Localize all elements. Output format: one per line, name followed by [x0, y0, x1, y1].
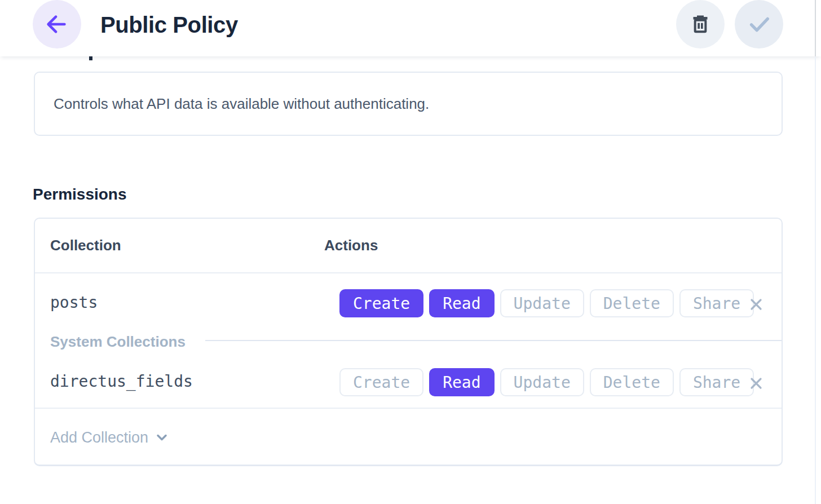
remove-permission-button[interactable]	[747, 295, 766, 314]
action-share-button[interactable]: Share	[679, 368, 754, 396]
action-read-button[interactable]: Read	[429, 368, 494, 396]
action-update-button[interactable]: Update	[500, 289, 584, 317]
actions-group-directus-fields: Create Read Update Delete Share	[339, 368, 754, 396]
content-scroll-edge	[815, 56, 816, 504]
action-update-button[interactable]: Update	[500, 368, 584, 396]
arrow-left-icon	[44, 11, 70, 37]
remove-permission-button[interactable]	[747, 374, 766, 393]
collection-name-posts: posts	[50, 293, 98, 313]
chevron-down-icon	[154, 430, 170, 445]
actions-group-posts: Create Read Update Delete Share	[339, 289, 754, 317]
action-delete-button[interactable]: Delete	[590, 368, 674, 396]
page-title: Public Policy	[100, 11, 238, 38]
table-header-row: Collection Actions	[35, 219, 782, 273]
x-icon	[747, 374, 765, 392]
page-header: Public Policy	[0, 0, 821, 56]
add-collection-button[interactable]: Add Collection	[50, 428, 170, 447]
action-create-button[interactable]: Create	[339, 368, 423, 396]
trash-icon	[689, 13, 712, 36]
permissions-table: Collection Actions posts Create Read Upd…	[34, 218, 783, 466]
action-share-button[interactable]: Share	[679, 289, 754, 317]
description-input[interactable]: Controls what API data is available with…	[34, 72, 783, 136]
back-button[interactable]	[33, 0, 81, 48]
description-value: Controls what API data is available with…	[54, 95, 429, 113]
system-collections-label: System Collections	[50, 333, 186, 351]
check-icon	[746, 11, 772, 37]
x-icon	[747, 295, 765, 313]
permissions-heading: Permissions	[33, 185, 127, 204]
action-read-button[interactable]: Read	[429, 289, 494, 317]
actions-column-header: Actions	[324, 237, 378, 254]
delete-policy-button[interactable]	[676, 0, 725, 48]
clipped-field-label-fragment	[89, 56, 92, 60]
action-delete-button[interactable]: Delete	[590, 289, 674, 317]
collection-column-header: Collection	[35, 237, 324, 254]
add-collection-label: Add Collection	[50, 428, 148, 447]
table-footer-divider	[35, 408, 782, 409]
collection-name-directus-fields: directus_fields	[50, 372, 193, 392]
save-button[interactable]	[735, 0, 783, 48]
system-collections-divider	[205, 340, 782, 341]
right-edge-divider	[815, 0, 816, 56]
action-create-button[interactable]: Create	[339, 289, 423, 317]
